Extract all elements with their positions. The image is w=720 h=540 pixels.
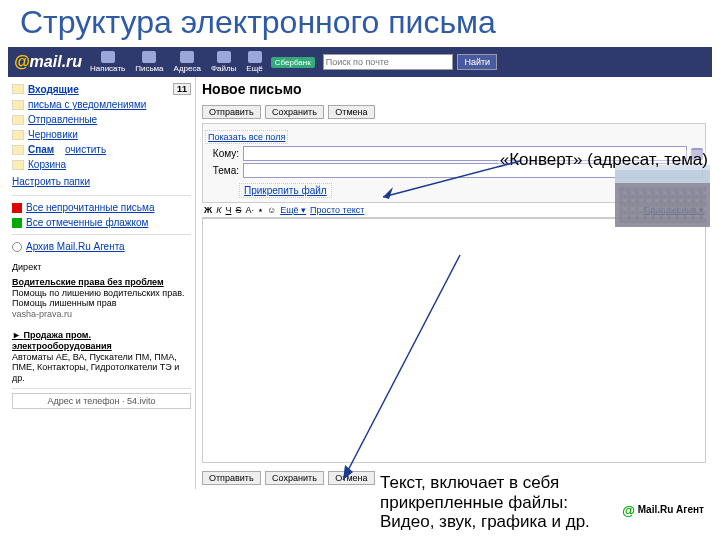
tb-bold[interactable]: Ж <box>204 205 212 215</box>
building-image <box>615 165 710 227</box>
flag-icon <box>12 218 22 228</box>
folder-notif[interactable]: письма с уведомлениями <box>12 97 191 112</box>
tb-strike[interactable]: Ѕ <box>235 205 241 215</box>
folder-inbox[interactable]: Входящие11 <box>12 81 191 97</box>
compose-body[interactable] <box>202 218 706 463</box>
nav-mail[interactable]: Письма <box>135 51 163 73</box>
sidebar: Входящие11 письма с уведомлениями Отправ… <box>8 77 196 489</box>
user-icon <box>180 51 194 63</box>
save-button-bottom[interactable]: Сохранить <box>265 471 324 485</box>
folder-icon <box>12 84 24 94</box>
tb-emoji[interactable]: ☺ <box>267 205 276 215</box>
logo: @mail.ru <box>14 53 82 71</box>
slide-title: Структура электронного письма <box>0 0 720 47</box>
nav-write[interactable]: Написать <box>90 51 125 73</box>
tb-underline[interactable]: Ч <box>225 205 231 215</box>
show-all-fields[interactable]: Показать все поля <box>205 130 288 144</box>
envelope-icon <box>142 51 156 63</box>
annotation-envelope: «Конверт» (адресат, тема) <box>498 150 710 170</box>
tb-more[interactable]: Ещё ▾ <box>280 205 306 215</box>
search-input[interactable] <box>323 54 453 70</box>
archive-link[interactable]: Архив Mail.Ru Агента <box>12 239 191 254</box>
folder-icon <box>12 100 24 110</box>
annotation-body: Текст, включает в себя прикрепленные фай… <box>380 473 590 532</box>
pencil-icon <box>101 51 115 63</box>
sberbank-ad[interactable]: Сбербанк <box>271 57 315 68</box>
flag-unread[interactable]: Все непрочитанные письма <box>12 200 191 215</box>
cancel-button[interactable]: Отмена <box>328 105 374 119</box>
folder-icon <box>12 130 24 140</box>
action-buttons-top: Отправить Сохранить Отмена <box>202 101 706 119</box>
nav-contacts[interactable]: Адреса <box>174 51 201 73</box>
send-button[interactable]: Отправить <box>202 105 261 119</box>
nav-files[interactable]: Файлы <box>211 51 236 73</box>
bottom-link[interactable]: Адрес и телефон · 54.ivito <box>12 393 191 409</box>
ad-title-2[interactable]: ► Продажа пром. электрооборудования <box>12 330 191 352</box>
top-nav: Написать Письма Адреса Файлы Ещё <box>90 51 263 73</box>
ad-body-2: Автоматы АЕ, ВА, Пускатели ПМ, ПМА, ПМЕ,… <box>12 352 191 384</box>
to-label: Кому: <box>205 148 239 159</box>
flag-flagged[interactable]: Все отмеченные флажком <box>12 215 191 230</box>
direkt-label: Директ <box>12 262 191 273</box>
content-area: Новое письмо Отправить Сохранить Отмена … <box>196 77 712 489</box>
flag-icon <box>12 203 22 213</box>
tb-color[interactable]: A· <box>245 205 254 215</box>
folder-drafts[interactable]: Черновики <box>12 127 191 142</box>
tb-italic[interactable]: К <box>216 205 221 215</box>
cancel-button-bottom[interactable]: Отмена <box>328 471 374 485</box>
archive-icon <box>12 242 22 252</box>
topbar: @mail.ru Написать Письма Адреса Файлы Ещ… <box>8 47 712 77</box>
save-button[interactable]: Сохранить <box>265 105 324 119</box>
ad-title-1[interactable]: Водительские права без проблем <box>12 277 191 288</box>
send-button-bottom[interactable]: Отправить <box>202 471 261 485</box>
page-title: Новое письмо <box>202 81 706 97</box>
ad-url-1: vasha-prava.ru <box>12 309 191 320</box>
search-button[interactable]: Найти <box>457 54 497 70</box>
subject-label: Тема: <box>205 165 239 176</box>
attach-file[interactable]: Прикрепить файл <box>239 183 332 198</box>
dots-icon <box>248 51 262 63</box>
tb-bg[interactable]: ٭ <box>258 205 263 215</box>
folder-icon <box>12 160 24 170</box>
folder-sent[interactable]: Отправленные <box>12 112 191 127</box>
browser-shot: @mail.ru Написать Письма Адреса Файлы Ещ… <box>8 47 712 489</box>
folder-icon <box>12 145 24 155</box>
search-box: Найти <box>323 54 706 70</box>
folder-icon <box>217 51 231 63</box>
folder-trash[interactable]: Корзина <box>12 157 191 172</box>
ad-body-1: Помощь по лишению водительских прав. Пом… <box>12 288 191 310</box>
folder-icon <box>12 115 24 125</box>
configure-folders[interactable]: Настроить папки <box>12 176 90 187</box>
nav-more[interactable]: Ещё <box>246 51 262 73</box>
mailru-agent[interactable]: @ Mail.Ru Агент <box>622 503 704 518</box>
tb-plaintext[interactable]: Просто текст <box>310 205 364 215</box>
folder-spam[interactable]: Спам очистить <box>12 142 191 157</box>
